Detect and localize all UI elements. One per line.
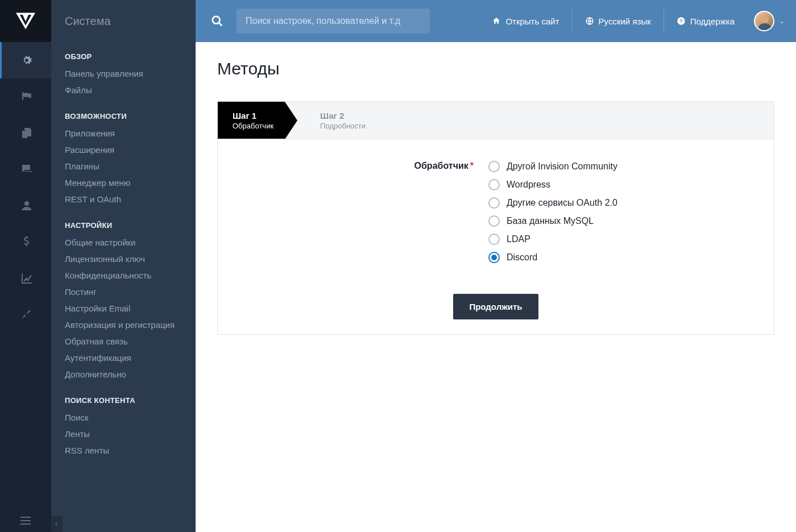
step-1-sub: Обработчик (233, 122, 273, 130)
rail-icon-commerce[interactable] (0, 224, 51, 260)
nav-item-general[interactable]: Общие настройки (51, 234, 196, 251)
rail-icon-customize[interactable] (0, 297, 51, 333)
user-menu[interactable]: ⌄ (754, 11, 785, 31)
nav-item-dashboard[interactable]: Панель управления (51, 65, 196, 82)
nav-item-rest-oauth[interactable]: REST и OAuth (51, 191, 196, 207)
form-panel: Шаг 1 Обработчик Шаг 2 Подробности Обраб… (217, 101, 774, 335)
continue-button[interactable]: Продолжить (453, 294, 538, 319)
nav-item-posting[interactable]: Постинг (51, 284, 196, 300)
nav-item-rss[interactable]: RSS ленты (51, 442, 196, 459)
rail-icon-chat[interactable] (0, 151, 51, 188)
step-1-title: Шаг 1 (233, 111, 273, 120)
handler-option-0[interactable]: Другой Invision Community (488, 161, 757, 172)
sidebar-collapse-button[interactable]: ‹ (51, 516, 63, 532)
svg-text:?: ? (679, 18, 683, 24)
handler-option-label: База данных MySQL (507, 216, 594, 226)
language-label: Русский язык (599, 16, 651, 26)
nav-item-feedback[interactable]: Обратная связь (51, 333, 196, 350)
handler-option-label: Wordpress (507, 180, 550, 190)
handler-option-label: Discord (507, 252, 537, 263)
support-link[interactable]: ? Поддержка (664, 9, 747, 34)
home-icon (492, 16, 501, 26)
step-1: Шаг 1 Обработчик (218, 102, 285, 139)
step-2[interactable]: Шаг 2 Подробности (305, 102, 380, 139)
nav-item-license[interactable]: Лицензионный ключ (51, 251, 196, 267)
page-title: Методы (217, 59, 774, 78)
svg-point-3 (213, 16, 220, 24)
svg-rect-0 (20, 517, 31, 518)
svg-line-4 (219, 23, 222, 26)
rail-icon-system[interactable] (0, 42, 51, 78)
handler-option-4[interactable]: LDAP (488, 234, 757, 245)
nav-item-search[interactable]: Поиск (51, 409, 196, 426)
handler-option-label: Другой Invision Community (507, 161, 617, 172)
nav-item-email[interactable]: Настройки Email (51, 300, 196, 317)
handler-radio-group: Другой Invision CommunityWordpressДругие… (488, 160, 757, 263)
open-site-link[interactable]: Открыть сайт (479, 9, 571, 34)
nav-item-extensions[interactable]: Расширения (51, 142, 196, 158)
rail-icon-members[interactable] (0, 188, 51, 224)
radio-icon (488, 252, 500, 263)
svg-rect-2 (20, 523, 31, 525)
app-logo[interactable] (0, 0, 51, 42)
nav-item-feeds[interactable]: Ленты (51, 426, 196, 442)
open-site-label: Открыть сайт (505, 16, 559, 26)
search-button[interactable] (205, 9, 230, 34)
radio-icon (488, 197, 500, 209)
nav-item-menu-manager[interactable]: Менеджер меню (51, 174, 196, 191)
nav-item-files[interactable]: Файлы (51, 82, 196, 98)
step-wizard: Шаг 1 Обработчик Шаг 2 Подробности (218, 102, 774, 139)
radio-icon (488, 161, 500, 172)
rail-icon-pages[interactable] (0, 115, 51, 151)
search-input[interactable] (237, 9, 430, 34)
step-2-sub: Подробности (320, 122, 366, 130)
avatar (754, 11, 774, 31)
nav-item-advanced[interactable]: Дополнительно (51, 366, 196, 383)
handler-label: Обработчик* (235, 160, 474, 263)
nav-header-overview: ОБЗОР (51, 48, 196, 65)
sidebar-title: Система (51, 0, 196, 42)
nav-item-plugins[interactable]: Плагины (51, 158, 196, 174)
rail-icon-stats[interactable] (0, 260, 51, 297)
step-2-title: Шаг 2 (320, 111, 366, 120)
nav-header-features: ВОЗМОЖНОСТИ (51, 107, 196, 125)
svg-rect-1 (20, 520, 31, 521)
globe-icon (585, 16, 594, 26)
nav-item-applications[interactable]: Приложения (51, 125, 196, 142)
support-label: Поддержка (690, 16, 735, 26)
handler-option-1[interactable]: Wordpress (488, 179, 757, 190)
handler-option-label: LDAP (507, 234, 530, 244)
nav-item-authentication[interactable]: Аутентификация (51, 350, 196, 366)
nav-header-search: ПОИСК КОНТЕНТА (51, 392, 196, 409)
radio-icon (488, 215, 500, 227)
nav-item-privacy[interactable]: Конфиденциальность (51, 267, 196, 284)
nav-header-settings: НАСТРОЙКИ (51, 217, 196, 234)
sidebar: Система ОБЗОР Панель управления Файлы ВО… (51, 0, 196, 532)
logo-icon (16, 13, 35, 30)
search-icon (211, 15, 223, 27)
chevron-down-icon: ⌄ (779, 17, 785, 25)
rail-menu-toggle[interactable] (0, 509, 51, 532)
handler-option-3[interactable]: База данных MySQL (488, 215, 757, 227)
help-icon: ? (677, 16, 686, 26)
language-link[interactable]: Русский язык (572, 9, 664, 34)
topbar: Открыть сайт Русский язык ? Поддержка ⌄ (196, 0, 796, 42)
handler-option-2[interactable]: Другие сервисы OAuth 2.0 (488, 197, 757, 209)
radio-icon (488, 179, 500, 190)
handler-option-label: Другие сервисы OAuth 2.0 (507, 198, 617, 208)
radio-icon (488, 234, 500, 245)
icon-rail (0, 0, 51, 532)
nav-item-login-reg[interactable]: Авторизация и регистрация (51, 317, 196, 333)
rail-icon-moderation[interactable] (0, 78, 51, 115)
handler-option-5[interactable]: Discord (488, 252, 757, 263)
